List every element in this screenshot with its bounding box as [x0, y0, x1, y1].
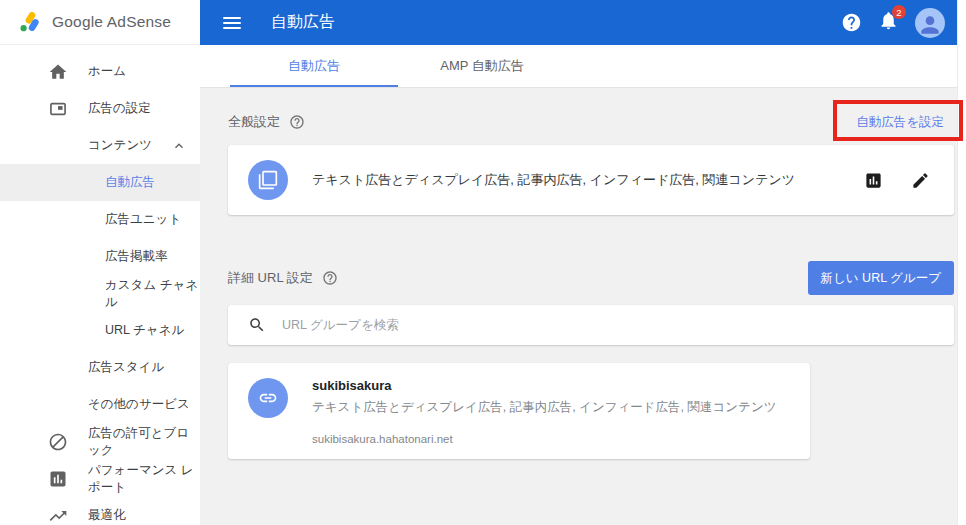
ad-box-icon: [48, 99, 68, 119]
setup-auto-ads-link[interactable]: 自動広告を設定: [856, 114, 944, 131]
bar-chart-icon: [48, 469, 68, 489]
brand-name: Google AdSense: [52, 13, 171, 31]
sidebar-item-allow-block[interactable]: 広告の許可とブロック: [0, 423, 200, 460]
brand-header[interactable]: Google AdSense: [0, 0, 200, 45]
tab-bar: 自動広告 AMP 自動広告: [200, 45, 957, 88]
sidebar-item-label: コンテンツ: [0, 137, 152, 154]
page-title: 自動広告: [271, 12, 335, 33]
sidebar-item-ad-settings[interactable]: 広告の設定: [0, 90, 200, 127]
link-icon: [258, 388, 278, 408]
url-group-search: [228, 305, 954, 345]
url-group-ad-formats: テキスト広告とディスプレイ広告, 記事内広告, インフィード広告, 関連コンテン…: [312, 399, 777, 416]
sidebar: Google AdSense ホーム 広告の設定 コンテンツ 自動広告 広告ユニ…: [0, 0, 200, 525]
topbar: 自動広告 2: [200, 0, 957, 45]
url-group-name: sukibisakura: [312, 378, 777, 393]
sidebar-item-label: カスタム チャネル: [0, 277, 200, 311]
search-input[interactable]: [282, 318, 934, 332]
general-settings-header: 全般設定 自動広告を設定: [228, 102, 954, 142]
report-icon[interactable]: [864, 171, 883, 190]
adsense-page: Google AdSense ホーム 広告の設定 コンテンツ 自動広告 広告ユニ…: [0, 0, 966, 525]
url-settings-heading: 詳細 URL 設定: [228, 269, 313, 287]
notifications-button[interactable]: 2: [878, 10, 899, 35]
notification-badge: 2: [892, 5, 906, 19]
new-url-group-button[interactable]: 新しい URL グループ: [808, 261, 954, 295]
edit-icon[interactable]: [911, 171, 930, 190]
adsense-logo-icon: [17, 10, 43, 34]
sidebar-item-label: パフォーマンス レポート: [0, 462, 200, 496]
menu-icon[interactable]: [223, 17, 241, 29]
sidebar-item-content[interactable]: コンテンツ: [0, 127, 200, 164]
help-circle-icon[interactable]: [322, 270, 338, 286]
url-group-circle: [248, 378, 288, 418]
sidebar-nav: ホーム 広告の設定 コンテンツ 自動広告 広告ユニット 広告掲載率 カスタム チ…: [0, 45, 200, 525]
help-circle-icon[interactable]: [289, 114, 305, 130]
url-settings-header: 詳細 URL 設定 新しい URL グループ: [228, 258, 954, 298]
sidebar-item-label: 広告ユニット: [0, 211, 181, 228]
ad-formats-text: テキスト広告とディスプレイ広告, 記事内広告, インフィード広告, 関連コンテン…: [312, 171, 795, 189]
url-group-url: sukibisakura.hahatonari.net: [312, 433, 777, 445]
sidebar-item-ad-units[interactable]: 広告ユニット: [0, 201, 200, 238]
url-group-card[interactable]: sukibisakura テキスト広告とディスプレイ広告, 記事内広告, インフ…: [228, 363, 810, 459]
home-icon: [48, 62, 68, 82]
sidebar-item-url-channels[interactable]: URL チャネル: [0, 312, 200, 349]
topbar-actions: 2: [841, 8, 957, 38]
scrollbar[interactable]: [957, 0, 966, 525]
trending-up-icon: [48, 506, 68, 525]
sidebar-item-label: 広告の設定: [0, 100, 151, 117]
sidebar-item-ad-styles[interactable]: 広告スタイル: [0, 349, 200, 386]
sidebar-item-performance-reports[interactable]: パフォーマンス レポート: [0, 460, 200, 497]
search-icon: [248, 316, 266, 334]
sidebar-item-other-services[interactable]: その他のサービス: [0, 386, 200, 423]
sidebar-item-label: 広告掲載率: [0, 248, 168, 265]
person-icon: [917, 12, 943, 38]
sidebar-item-label: 広告スタイル: [0, 359, 164, 376]
sidebar-item-label: 自動広告: [0, 174, 155, 191]
ad-formats-circle: [248, 160, 288, 200]
auto-ads-summary-card: テキスト広告とディスプレイ広告, 記事内広告, インフィード広告, 関連コンテン…: [228, 145, 954, 215]
sidebar-item-home[interactable]: ホーム: [0, 53, 200, 90]
main-content: 自動広告 AMP 自動広告 全般設定 自動広告を設定 テキスト広告とディスプレイ…: [200, 45, 957, 525]
general-settings-heading: 全般設定: [228, 113, 280, 131]
sidebar-item-custom-channels[interactable]: カスタム チャネル: [0, 275, 200, 312]
tab-auto-ads[interactable]: 自動広告: [230, 45, 398, 87]
sidebar-item-optimization[interactable]: 最適化: [0, 497, 200, 525]
sidebar-item-label: その他のサービス: [0, 396, 190, 413]
chevron-up-icon: [172, 139, 186, 153]
sidebar-item-auto-ads[interactable]: 自動広告: [0, 164, 200, 201]
content-area: 全般設定 自動広告を設定 テキスト広告とディスプレイ広告, 記事内広告, インフ…: [200, 102, 957, 459]
copy-pages-icon: [258, 170, 278, 190]
block-icon: [48, 432, 68, 452]
help-icon[interactable]: [841, 12, 862, 33]
sidebar-item-label: URL チャネル: [0, 322, 184, 339]
tab-amp-auto-ads[interactable]: AMP 自動広告: [398, 45, 566, 87]
sidebar-item-ad-serving-rate[interactable]: 広告掲載率: [0, 238, 200, 275]
sidebar-item-label: 広告の許可とブロック: [0, 425, 200, 459]
avatar[interactable]: [915, 8, 945, 38]
